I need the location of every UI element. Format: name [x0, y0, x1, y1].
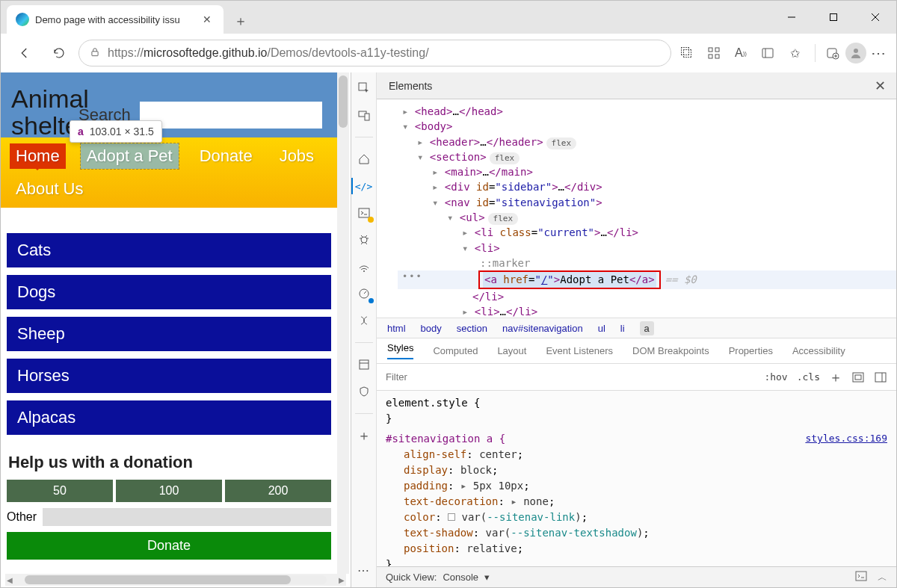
- other-label: Other: [7, 510, 37, 524]
- url-text: https://microsoftedge.github.io/Demos/de…: [108, 46, 429, 60]
- site-navigation: Home Adopt a Pet Donate Jobs About Us: [1, 137, 337, 208]
- device-icon[interactable]: [356, 107, 372, 123]
- elements-tab[interactable]: Elements: [384, 74, 437, 98]
- perf-icon[interactable]: [356, 285, 372, 302]
- css-source-link[interactable]: styles.css:169: [805, 431, 887, 446]
- sidebar-cats[interactable]: Cats: [7, 233, 331, 267]
- svg-rect-29: [856, 572, 866, 581]
- svg-point-15: [854, 49, 858, 53]
- page-hscrollbar[interactable]: ◀▶: [5, 574, 346, 586]
- styles-tab[interactable]: Styles: [387, 342, 413, 359]
- welcome-icon[interactable]: [356, 151, 372, 167]
- dombreakpoints-tab[interactable]: DOM Breakpoints: [632, 345, 709, 356]
- computed-box-icon[interactable]: [851, 371, 865, 384]
- breadcrumb[interactable]: html body section nav#sitenavigation ul …: [377, 318, 896, 338]
- inspect-icon[interactable]: [356, 80, 372, 96]
- console-icon[interactable]: [356, 205, 372, 221]
- sidebar-horses[interactable]: Horses: [7, 359, 331, 393]
- search-input[interactable]: [140, 102, 322, 129]
- svg-rect-27: [875, 373, 886, 382]
- devtools-close-icon[interactable]: ✕: [872, 75, 889, 97]
- close-tab-icon[interactable]: ✕: [200, 12, 215, 27]
- svg-rect-6: [715, 48, 719, 52]
- quick-view-bar[interactable]: Quick View: Console ▾ ︿: [377, 566, 896, 587]
- nav-donate[interactable]: Donate: [194, 143, 259, 169]
- svg-point-20: [361, 237, 367, 243]
- new-rule-icon[interactable]: ＋: [829, 371, 842, 384]
- donate-button[interactable]: Donate: [7, 532, 331, 560]
- toggle-sidebar-icon[interactable]: [874, 371, 887, 384]
- svg-rect-8: [715, 55, 719, 58]
- collections-icon[interactable]: [759, 45, 776, 61]
- other-input[interactable]: [43, 508, 331, 526]
- svg-rect-26: [855, 375, 861, 380]
- edge-icon: [16, 13, 29, 26]
- svg-point-21: [363, 270, 365, 272]
- nav-home[interactable]: Home: [10, 143, 66, 169]
- svg-rect-9: [762, 49, 773, 58]
- svg-rect-18: [365, 114, 369, 120]
- tab-title: Demo page with accessibility issu: [35, 14, 194, 25]
- accessibility-tab[interactable]: Accessibility: [792, 345, 845, 356]
- drawer-console-icon[interactable]: [855, 571, 867, 584]
- layout-tab[interactable]: Layout: [497, 345, 526, 356]
- lock-icon: [90, 47, 100, 60]
- elements-icon[interactable]: </>: [356, 178, 372, 194]
- read-aloud-icon[interactable]: A)): [733, 45, 749, 61]
- page-viewport: Animal shelter Search Home Adopt a Pet D…: [1, 72, 351, 587]
- nav-about[interactable]: About Us: [10, 176, 90, 202]
- hov-toggle[interactable]: :hov: [764, 371, 787, 383]
- cls-toggle[interactable]: .cls: [797, 371, 820, 383]
- browser-tab[interactable]: Demo page with accessibility issu ✕: [7, 5, 224, 34]
- back-button[interactable]: [10, 38, 40, 68]
- close-window-button[interactable]: [854, 1, 896, 34]
- svg-rect-1: [830, 14, 837, 21]
- refresh-button[interactable]: [44, 38, 74, 68]
- security-icon[interactable]: [356, 383, 372, 400]
- styles-filter-input[interactable]: [386, 371, 755, 383]
- devtools-panel: </> ＋ ⋯ Elements ✕ ▸ <head>…</: [351, 72, 896, 587]
- window-titlebar: Demo page with accessibility issu ✕ ＋: [1, 1, 896, 34]
- favorite-icon[interactable]: ✩: [786, 45, 803, 61]
- element-tooltip: a103.01 × 31.5: [70, 120, 162, 143]
- svg-rect-7: [709, 55, 712, 58]
- address-bar: https://microsoftedge.github.io/Demos/de…: [1, 34, 896, 72]
- sources-icon[interactable]: [356, 232, 372, 248]
- profile-icon[interactable]: [845, 43, 866, 64]
- donate-50[interactable]: 50: [7, 480, 113, 502]
- svg-rect-19: [359, 208, 369, 217]
- donate-200[interactable]: 200: [225, 480, 331, 502]
- styles-pane[interactable]: element.style { } #sitenavigation a {sty…: [377, 391, 896, 566]
- menu-icon[interactable]: ⋯: [871, 45, 887, 61]
- nav-jobs[interactable]: Jobs: [274, 143, 320, 169]
- rail-menu-icon[interactable]: ⋯: [356, 562, 372, 578]
- app-icon[interactable]: [356, 356, 372, 373]
- dom-tree[interactable]: ▸ <head>…</head> ▾ <body> ▸ <header>…</h…: [377, 99, 896, 318]
- svg-rect-23: [360, 360, 369, 369]
- computed-tab[interactable]: Computed: [433, 345, 478, 356]
- more-tools-icon[interactable]: ＋: [356, 427, 372, 444]
- sidebar-dogs[interactable]: Dogs: [7, 275, 331, 309]
- url-field[interactable]: https://microsoftedge.github.io/Demos/de…: [78, 40, 671, 66]
- properties-tab[interactable]: Properties: [729, 345, 773, 356]
- apps-icon[interactable]: [706, 45, 722, 61]
- devtools-rail: </> ＋ ⋯: [351, 72, 377, 587]
- donate-100[interactable]: 100: [116, 480, 222, 502]
- network-icon[interactable]: [356, 259, 372, 275]
- reader-icon[interactable]: ⿻: [679, 45, 695, 61]
- svg-rect-4: [92, 51, 98, 55]
- memory-icon[interactable]: [356, 312, 372, 329]
- eventlisteners-tab[interactable]: Event Listeners: [546, 345, 613, 356]
- chevron-up-icon[interactable]: ︿: [878, 571, 887, 584]
- maximize-button[interactable]: [813, 1, 854, 34]
- sidebar-sheep[interactable]: Sheep: [7, 317, 331, 351]
- styles-tabs: Styles Computed Layout Event Listeners D…: [377, 338, 896, 364]
- new-tab-button[interactable]: ＋: [228, 8, 253, 34]
- svg-rect-25: [853, 373, 863, 382]
- sidebar-alpacas[interactable]: Alpacas: [7, 400, 331, 435]
- page-vscrollbar[interactable]: [337, 72, 349, 574]
- svg-rect-5: [709, 48, 712, 52]
- minimize-button[interactable]: [771, 1, 813, 34]
- chevron-down-icon[interactable]: ▾: [484, 572, 490, 583]
- add-page-icon[interactable]: [824, 45, 841, 61]
